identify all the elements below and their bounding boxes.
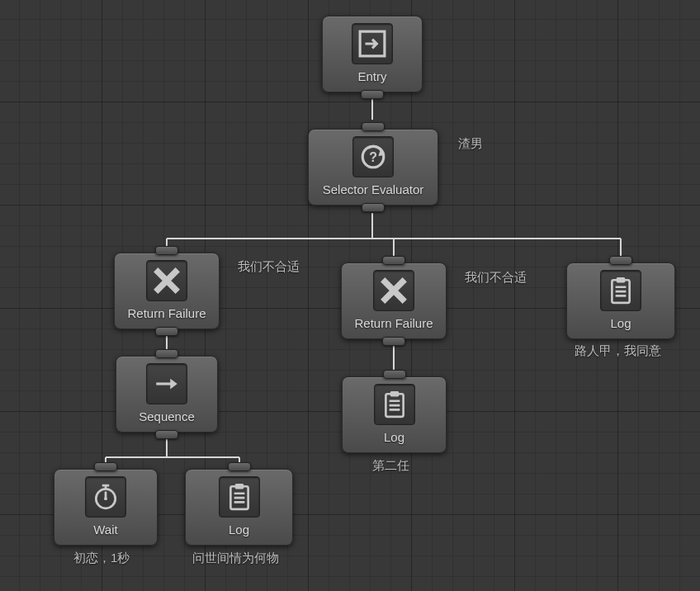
log-node-3[interactable]: Log xyxy=(566,262,675,339)
svg-rect-4 xyxy=(617,277,626,282)
log-1-comment: 问世间情为何物 xyxy=(192,551,279,566)
log-label: Log xyxy=(384,430,404,444)
log-3-comment: 路人甲，我同意 xyxy=(575,343,661,359)
return-failure-1-comment: 我们不合适 xyxy=(238,259,300,275)
port-out[interactable] xyxy=(382,337,405,346)
behavior-tree-canvas[interactable]: Entry ? Selector Evaluator 渣男 Return Fai… xyxy=(0,0,700,591)
return-failure-label: Return Failure xyxy=(127,306,206,320)
port-in[interactable] xyxy=(94,462,117,471)
sequence-label: Sequence xyxy=(139,409,195,423)
port-in[interactable] xyxy=(382,256,405,265)
log-2-comment: 第二任 xyxy=(372,458,409,474)
return-failure-node-1[interactable]: Return Failure xyxy=(114,253,220,329)
clipboard-icon xyxy=(219,476,260,518)
entry-label: Entry xyxy=(357,69,386,83)
return-failure-label: Return Failure xyxy=(354,316,433,330)
wait-label: Wait xyxy=(93,522,117,537)
selector-evaluator-label: Selector Evaluator xyxy=(323,182,424,196)
clipboard-icon xyxy=(374,384,415,425)
stopwatch-icon xyxy=(85,476,126,518)
port-in[interactable] xyxy=(228,462,251,471)
log-label: Log xyxy=(610,316,631,330)
entry-node[interactable]: Entry xyxy=(322,16,423,92)
selector-evaluator-node[interactable]: ? Selector Evaluator xyxy=(308,129,438,206)
arrow-right-icon xyxy=(146,363,187,404)
svg-rect-10 xyxy=(234,484,244,489)
port-in[interactable] xyxy=(609,256,632,265)
log-node-2[interactable]: Log xyxy=(342,376,447,453)
port-out[interactable] xyxy=(155,327,178,336)
svg-rect-6 xyxy=(390,391,399,396)
port-in[interactable] xyxy=(155,246,178,255)
port-out[interactable] xyxy=(155,430,178,439)
wait-node[interactable]: Wait xyxy=(54,469,158,546)
entry-icon xyxy=(352,23,393,64)
return-failure-2-comment: 我们不合适 xyxy=(465,270,527,286)
log-node-1[interactable]: Log xyxy=(185,469,293,546)
port-in[interactable] xyxy=(383,370,406,379)
port-out[interactable] xyxy=(361,90,384,99)
svg-text:?: ? xyxy=(369,150,377,164)
sequence-node[interactable]: Sequence xyxy=(116,356,218,433)
x-icon xyxy=(373,270,414,311)
port-out[interactable] xyxy=(362,203,385,212)
wait-comment: 初恋，1秒 xyxy=(73,551,130,566)
svg-point-8 xyxy=(104,497,107,500)
port-in[interactable] xyxy=(155,349,178,358)
x-icon xyxy=(146,260,187,301)
selector-evaluator-icon: ? xyxy=(352,136,394,177)
port-in[interactable] xyxy=(362,122,385,131)
selector-evaluator-comment: 渣男 xyxy=(458,136,483,152)
log-label: Log xyxy=(229,522,249,537)
clipboard-icon xyxy=(600,270,641,311)
return-failure-node-2[interactable]: Return Failure xyxy=(341,262,447,339)
